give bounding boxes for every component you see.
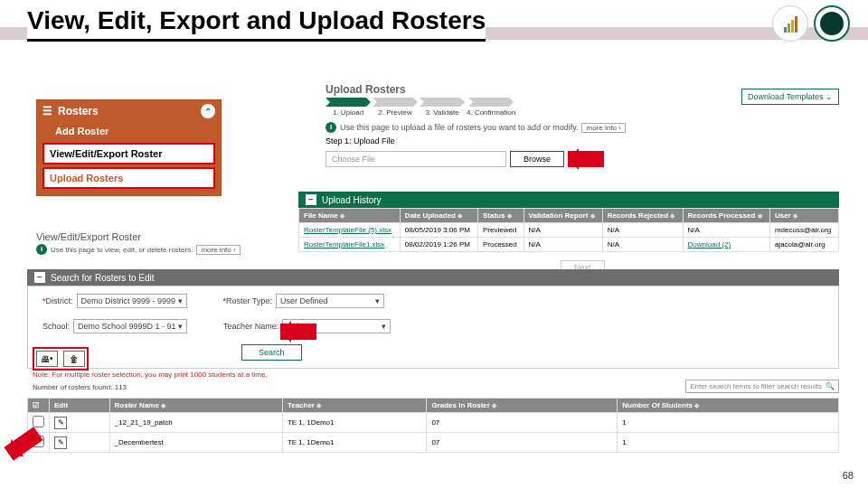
col-processed[interactable]: Records Processed ◆ [683, 209, 769, 223]
col-roster-name[interactable]: Roster Name ◆ [109, 399, 282, 413]
callout-arrow-icon [568, 151, 604, 167]
chevron-up-icon[interactable]: ⌃ [201, 104, 215, 118]
nav-header-label: Rosters [58, 105, 99, 117]
callout-arrow-icon [280, 324, 316, 340]
search-title: Search for Rosters to Edit [51, 273, 155, 283]
row-checkbox[interactable] [33, 416, 44, 427]
download-link[interactable]: Download (2) [688, 240, 731, 249]
view-title: View/Edit/Export Roster [36, 231, 434, 242]
search-button[interactable]: Search [241, 344, 302, 361]
results-table: ☑ Edit Roster Name ◆ Teacher ◆ Grades In… [27, 398, 839, 453]
search-header[interactable]: − Search for Rosters to Edit [27, 269, 839, 286]
col-num-students[interactable]: Number Of Students ◆ [618, 399, 839, 413]
step-4: 4. Confirmation [467, 108, 515, 117]
col-grades[interactable]: Grades In Roster ◆ [427, 399, 618, 413]
collapse-icon[interactable]: − [34, 272, 45, 283]
info-icon: i [36, 244, 47, 255]
col-status[interactable]: Status ◆ [477, 209, 524, 223]
search-rosters-panel: − Search for Rosters to Edit District: D… [27, 269, 839, 369]
logo-seal-icon [814, 5, 850, 42]
download-templates-button[interactable]: Download Templates ⌄ [741, 89, 839, 105]
nav-upload-rosters[interactable]: Upload Rosters [42, 167, 215, 189]
page-title: View, Edit, Export and Upload Rosters [27, 6, 486, 42]
results-count: Number of rosters found: 113 [33, 383, 127, 391]
collapse-icon[interactable]: − [306, 194, 316, 205]
col-user[interactable]: User ◆ [769, 209, 838, 223]
more-info-link[interactable]: more info › [196, 245, 240, 255]
upload-title: Upload Rosters [326, 83, 705, 96]
col-teacher[interactable]: Teacher ◆ [282, 399, 427, 413]
school-select[interactable]: Demo School 9999D 1 - 91 ▾ [73, 319, 187, 333]
col-edit: Edit [50, 399, 110, 413]
more-info-link[interactable]: more info › [581, 123, 625, 133]
filter-results-input[interactable]: Enter search terms to filter search resu… [685, 380, 839, 393]
roster-type-label: Roster Type: [223, 296, 272, 305]
history-title: Upload History [322, 195, 382, 205]
upload-history-header[interactable]: − Upload History [298, 192, 839, 208]
edit-button[interactable]: ✎ [54, 436, 67, 449]
upload-steps: 1. Upload 2. Preview 3. Validate 4. Conf… [326, 98, 705, 117]
view-edit-export-panel: View/Edit/Export Roster i Use this page … [36, 231, 434, 255]
search-icon: 🔍 [826, 382, 835, 390]
school-label: School: [42, 322, 70, 331]
table-row: ✎ _12_21_19_patch TE 1, 1Demo1 07 1 [28, 413, 839, 433]
roster-type-select[interactable]: User Defined▾ [276, 294, 384, 308]
choose-file-input[interactable]: Choose File [326, 151, 506, 167]
col-check[interactable]: ☑ [28, 399, 50, 413]
view-info-text: Use this page to view, edit, or delete r… [51, 246, 193, 254]
rosters-nav: ☰ Rosters ⌃ Add Roster View/Edit/Export … [36, 99, 222, 196]
step1-label: Step 1: Upload File [326, 136, 705, 145]
col-rejected[interactable]: Records Rejected ◆ [602, 209, 683, 223]
browse-button[interactable]: Browse [510, 151, 564, 167]
page-number: 68 [843, 470, 854, 481]
logo-chart-icon [772, 5, 808, 42]
rosters-icon: ☰ [42, 105, 52, 117]
info-icon: i [326, 122, 336, 133]
print-button[interactable]: 🖶▾ [36, 351, 58, 367]
district-label: District: [42, 296, 73, 305]
table-row: ✎ _Decembertest TE 1, 1Demo1 07 1 [28, 433, 839, 453]
step-2: 2. Preview [373, 108, 418, 117]
step-1: 1. Upload [326, 108, 371, 117]
callout-arrow-icon [4, 427, 42, 461]
col-date[interactable]: Date Uploaded ◆ [400, 209, 477, 223]
step-3: 3. Validate [420, 108, 465, 117]
col-validation[interactable]: Validation Report ◆ [524, 209, 602, 223]
district-select[interactable]: Demo District 9999 - 9999 ▾ [77, 294, 187, 308]
header-logos [772, 5, 850, 42]
nav-header[interactable]: ☰ Rosters ⌃ [37, 100, 221, 122]
nav-view-edit-export[interactable]: View/Edit/Export Roster [42, 143, 215, 164]
delete-button[interactable]: 🗑 [63, 351, 85, 367]
upload-rosters-panel: Upload Rosters 1. Upload 2. Preview 3. V… [326, 83, 705, 167]
title-bar: View, Edit, Export and Upload Rosters [0, 0, 868, 47]
toolbar: 🖶▾ 🗑 [33, 347, 89, 371]
nav-add-roster[interactable]: Add Roster [37, 122, 221, 140]
selection-note: Note: For multiple roster selection, you… [33, 371, 268, 379]
upload-info-text: Use this page to upload a file of roster… [340, 123, 578, 132]
col-filename[interactable]: File Name ◆ [299, 209, 401, 223]
edit-button[interactable]: ✎ [54, 417, 67, 429]
